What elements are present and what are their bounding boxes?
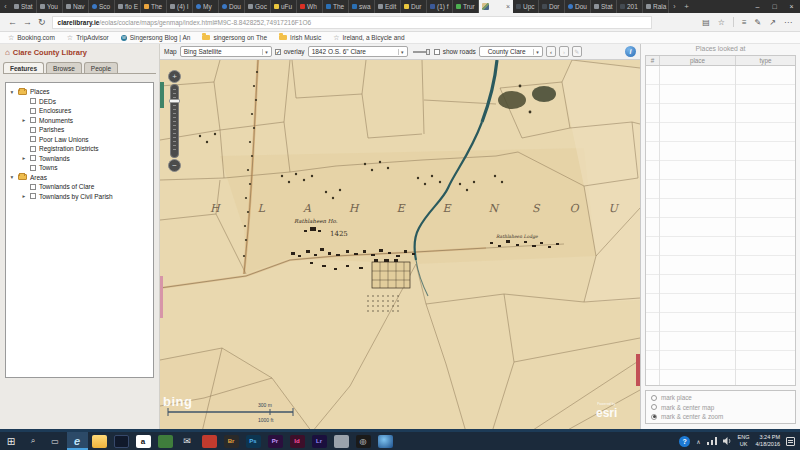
minimize-button[interactable]: – bbox=[749, 0, 766, 13]
tree-checkbox[interactable] bbox=[30, 155, 36, 161]
tree-checkbox[interactable] bbox=[30, 108, 36, 114]
clock[interactable]: 3:24 PM 4/18/2016 bbox=[756, 434, 780, 447]
taskbar-app-icon[interactable]: Pr bbox=[268, 435, 283, 448]
tree-item[interactable]: ▸ Townlands by Civil Parish bbox=[21, 192, 150, 202]
browser-tab[interactable]: Sco bbox=[89, 0, 115, 13]
taskbar-app-icon[interactable]: Lr bbox=[312, 435, 327, 448]
favorite-star-icon[interactable]: ☆ bbox=[718, 18, 725, 27]
base-layer-select[interactable]: Bing Satellite ▾ bbox=[180, 46, 272, 57]
browser-tab[interactable]: Goc bbox=[245, 0, 271, 13]
taskbar-app-icon[interactable]: Br bbox=[224, 435, 239, 448]
mark-option[interactable]: mark & center & zoom bbox=[651, 413, 790, 420]
slider-handle[interactable] bbox=[426, 49, 430, 55]
taskbar-app-icon[interactable] bbox=[114, 435, 129, 448]
tree-checkbox[interactable] bbox=[30, 98, 36, 104]
map-canvas[interactable]: HLAHEEN SOU Rathlaheen Ho. 1425 Rathlahe… bbox=[160, 60, 640, 432]
browser-tab[interactable]: Dou bbox=[219, 0, 245, 13]
tree-toggle-icon[interactable]: ▸ bbox=[21, 193, 27, 199]
tree-checkbox[interactable] bbox=[30, 136, 36, 142]
browser-tab-active[interactable]: × bbox=[479, 0, 513, 13]
share-icon[interactable]: ↗ bbox=[769, 18, 776, 27]
refresh-icon[interactable]: ↻ bbox=[38, 17, 46, 27]
edit-button[interactable]: ✎ bbox=[572, 46, 582, 57]
sidebar-tab[interactable]: Browse bbox=[46, 62, 82, 73]
new-tab-button[interactable]: + bbox=[680, 0, 693, 13]
browser-tab[interactable]: The bbox=[323, 0, 349, 13]
tab-scroll-left-icon[interactable]: ‹ bbox=[0, 0, 11, 13]
language-indicator[interactable]: ENG UK bbox=[738, 434, 750, 447]
tree-item[interactable]: DEDs bbox=[21, 97, 150, 107]
tree-toggle-icon[interactable]: ▾ bbox=[9, 89, 15, 95]
sidebar-tab[interactable]: Features bbox=[3, 62, 44, 73]
browser-tab[interactable]: Upc bbox=[513, 0, 539, 13]
action-center-icon[interactable] bbox=[786, 437, 795, 446]
tree-checkbox[interactable] bbox=[30, 146, 36, 152]
tree-checkbox[interactable] bbox=[30, 127, 36, 133]
zoom-out-button[interactable]: − bbox=[168, 159, 181, 172]
bookmark-item[interactable]: Booking.com bbox=[8, 34, 55, 42]
tab-close-icon[interactable]: × bbox=[506, 3, 510, 10]
tree-item[interactable]: Parishes bbox=[21, 125, 150, 135]
taskbar-app-icon[interactable] bbox=[158, 435, 173, 448]
taskbar-app-icon[interactable]: a bbox=[136, 435, 151, 448]
browser-tab[interactable]: Stat bbox=[591, 0, 617, 13]
browser-tab[interactable]: 201 bbox=[617, 0, 643, 13]
tree-item[interactable]: ▾ Areas bbox=[9, 173, 150, 183]
browser-tab[interactable]: Dur bbox=[401, 0, 427, 13]
browser-tab[interactable]: Stat bbox=[11, 0, 37, 13]
show-roads-checkbox[interactable] bbox=[434, 49, 440, 55]
taskbar-app-icon[interactable]: e bbox=[67, 432, 88, 450]
browser-tab[interactable]: flo E bbox=[115, 0, 141, 13]
reading-view-icon[interactable]: ▤ bbox=[702, 18, 710, 27]
mark-option[interactable]: mark place bbox=[651, 394, 790, 401]
browser-tab[interactable]: You bbox=[37, 0, 63, 13]
more-menu-icon[interactable]: ⋯ bbox=[784, 18, 792, 27]
tree-item[interactable]: ▾ Places bbox=[9, 87, 150, 97]
radio-button[interactable] bbox=[651, 404, 657, 410]
tab-scroll-right-icon[interactable]: › bbox=[669, 0, 680, 13]
taskbar-app-icon[interactable]: ▭ bbox=[48, 435, 63, 448]
browser-tab[interactable]: swa bbox=[349, 0, 375, 13]
help-button[interactable]: i bbox=[625, 46, 636, 57]
url-input[interactable]: clarelibrary.ie/eolas/coclare/maps/genma… bbox=[52, 16, 652, 29]
tree-item[interactable]: Townlands of Clare bbox=[21, 182, 150, 192]
maximize-button[interactable]: □ bbox=[766, 0, 783, 13]
taskbar-app-icon[interactable] bbox=[378, 435, 393, 448]
forward-icon[interactable]: → bbox=[23, 17, 32, 27]
close-button[interactable]: × bbox=[783, 0, 800, 13]
taskbar-app-icon[interactable] bbox=[202, 435, 217, 448]
taskbar-app-icon[interactable]: Ps bbox=[246, 435, 261, 448]
network-icon[interactable] bbox=[707, 437, 717, 445]
tree-item[interactable]: Enclosures bbox=[21, 106, 150, 116]
browser-tab[interactable]: Nav bbox=[63, 0, 89, 13]
browser-tab[interactable]: The bbox=[141, 0, 167, 13]
mark-option[interactable]: mark & center map bbox=[651, 404, 790, 411]
taskbar-app-icon[interactable]: Id bbox=[290, 435, 305, 448]
taskbar-app-icon[interactable]: ◎ bbox=[356, 435, 371, 448]
tree-toggle-icon[interactable]: ▸ bbox=[21, 155, 27, 161]
tree-item[interactable]: Towns bbox=[21, 163, 150, 173]
hub-icon[interactable]: ≡ bbox=[742, 18, 747, 27]
bookmark-item[interactable]: TripAdvisor bbox=[67, 34, 109, 42]
tree-checkbox[interactable] bbox=[30, 193, 36, 199]
browser-tab[interactable]: (1) f bbox=[427, 0, 453, 13]
back-icon[interactable]: ← bbox=[8, 17, 17, 27]
tree-checkbox[interactable] bbox=[30, 117, 36, 123]
tree-item[interactable]: ▸ Monuments bbox=[21, 116, 150, 126]
prev-button[interactable]: ‹ bbox=[546, 46, 556, 57]
browser-tab[interactable]: Dou bbox=[565, 0, 591, 13]
taskbar-app-icon[interactable] bbox=[334, 435, 349, 448]
radio-button[interactable] bbox=[651, 395, 657, 401]
area-select[interactable]: County Clare ▾ bbox=[479, 46, 543, 57]
sidebar-tab[interactable]: People bbox=[84, 62, 118, 73]
next-button[interactable]: › bbox=[559, 46, 569, 57]
tree-toggle-icon[interactable]: ▾ bbox=[9, 174, 15, 180]
browser-tab[interactable]: Rala bbox=[643, 0, 669, 13]
zoom-slider-track[interactable] bbox=[170, 84, 179, 158]
bookmark-item[interactable]: singersong on The bbox=[202, 34, 267, 41]
bookmark-item[interactable]: Ireland, a Bicycle and bbox=[333, 34, 404, 42]
tree-checkbox[interactable] bbox=[30, 165, 36, 171]
overlay-layer-select[interactable]: 1842 O.S. 6" Clare ▾ bbox=[308, 46, 408, 57]
tree-item[interactable]: Registration Districts bbox=[21, 144, 150, 154]
overlay-opacity-slider[interactable] bbox=[413, 51, 429, 53]
